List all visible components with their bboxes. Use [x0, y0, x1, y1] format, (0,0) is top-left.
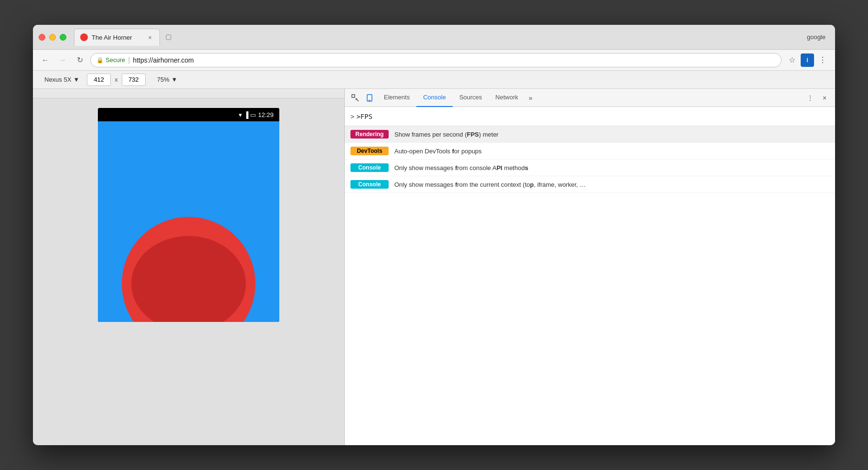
badge-console-2: Console — [350, 180, 389, 189]
signal-icon: ▐ — [244, 111, 248, 118]
phone-frame: ▾ ▐ ▭ 12:29 — [33, 98, 344, 445]
phone-time: 12:29 — [258, 111, 274, 118]
page-preview: ▾ ▐ ▭ 12:29 — [33, 89, 344, 445]
browser-window: The Air Horner × google ← → ↻ 🔒 Secure — [33, 25, 835, 445]
autocomplete-item-console-1[interactable]: Console Only show messages from console … — [345, 160, 835, 176]
tab-title: The Air Horner — [92, 34, 142, 41]
tab-elements[interactable]: Elements — [377, 89, 416, 107]
new-tab-button[interactable] — [162, 31, 175, 44]
badge-devtools: DevTools — [350, 147, 389, 155]
extension-button[interactable]: i — [801, 53, 814, 67]
svg-rect-1 — [352, 95, 355, 97]
phone-screen — [98, 121, 279, 322]
google-search-text: google — [807, 33, 826, 41]
devtools-panel: Elements Console Sources Network » — [344, 89, 835, 445]
close-button[interactable] — [39, 34, 45, 41]
console-input-row[interactable]: > >FPS — [345, 107, 835, 126]
lock-icon: 🔒 — [96, 57, 104, 64]
wifi-icon: ▾ — [239, 111, 242, 118]
tab-console[interactable]: Console — [416, 89, 453, 107]
url-text: https://airhorner.com — [133, 56, 194, 64]
autocomplete-dropdown: Rendering Show frames per second (FPS) m… — [345, 126, 835, 193]
tab-network[interactable]: Network — [489, 89, 525, 107]
zoom-dropdown-icon: ▼ — [171, 76, 178, 83]
battery-icon: ▭ — [250, 111, 256, 118]
devtools-menu-button[interactable]: ⋮ — [804, 91, 817, 105]
svg-rect-0 — [166, 35, 171, 40]
secure-badge: 🔒 Secure — [96, 56, 125, 64]
forward-button[interactable]: → — [56, 53, 69, 67]
devtools-tab-bar: Elements Console Sources Network » — [377, 89, 803, 107]
autocomplete-desc-console-2: Only show messages from the current cont… — [394, 181, 586, 188]
minimize-button[interactable] — [49, 34, 56, 41]
menu-button[interactable]: ⋮ — [816, 53, 829, 67]
autocomplete-item-rendering[interactable]: Rendering Show frames per second (FPS) m… — [345, 126, 835, 143]
traffic-lights — [39, 34, 66, 41]
nav-bar: ← → ↻ 🔒 Secure | https://airhorner.com ☆… — [33, 50, 835, 71]
horizontal-ruler — [33, 89, 344, 98]
badge-console-1: Console — [350, 163, 389, 172]
tab-favicon — [80, 33, 88, 41]
width-input[interactable] — [87, 74, 111, 86]
horn-circle — [122, 217, 255, 322]
dimension-separator: x — [115, 76, 118, 83]
back-button[interactable]: ← — [39, 53, 52, 67]
device-dropdown-icon: ▼ — [73, 76, 79, 83]
phone-device: ▾ ▐ ▭ 12:29 — [98, 108, 279, 322]
zoom-value: 75% — [157, 76, 169, 83]
device-selector[interactable]: Nexus 5X ▼ — [41, 74, 83, 85]
main-content: ▾ ▐ ▭ 12:29 — [33, 89, 835, 445]
refresh-button[interactable]: ↻ — [73, 53, 86, 67]
console-prompt: > — [350, 113, 354, 120]
tab-sources[interactable]: Sources — [453, 89, 489, 107]
devtools-toolbar: Elements Console Sources Network » — [345, 89, 835, 107]
badge-rendering: Rendering — [350, 130, 389, 139]
title-bar: The Air Horner × google — [33, 25, 835, 50]
inspect-element-button[interactable] — [349, 91, 362, 105]
device-toggle-button[interactable] — [363, 91, 376, 105]
autocomplete-desc-devtools: Auto-open DevTools for popups — [394, 148, 482, 155]
tab-bar: The Air Horner × — [74, 29, 829, 46]
phone-status-bar: ▾ ▐ ▭ 12:29 — [98, 108, 279, 121]
autocomplete-item-console-2[interactable]: Console Only show messages from the curr… — [345, 176, 835, 193]
active-tab[interactable]: The Air Horner × — [74, 29, 160, 46]
bookmark-button[interactable]: ☆ — [785, 53, 799, 67]
url-separator: | — [128, 56, 130, 64]
device-toolbar: Nexus 5X ▼ x 75% ▼ — [33, 71, 835, 89]
autocomplete-item-devtools[interactable]: DevTools Auto-open DevTools for popups — [345, 143, 835, 160]
address-bar[interactable]: 🔒 Secure | https://airhorner.com — [90, 53, 782, 67]
maximize-button[interactable] — [60, 34, 66, 41]
nav-actions: ☆ i ⋮ — [785, 53, 829, 67]
tab-close-button[interactable]: × — [146, 33, 154, 41]
autocomplete-desc-rendering: Show frames per second (FPS) meter — [394, 131, 498, 138]
height-input[interactable] — [122, 74, 146, 86]
console-input[interactable]: >FPS — [356, 113, 829, 120]
zoom-selector[interactable]: 75% ▼ — [153, 74, 181, 85]
devtools-actions: ⋮ × — [804, 91, 831, 105]
console-area: > >FPS Rendering Show frames per second … — [345, 107, 835, 445]
more-tabs-button[interactable]: » — [525, 89, 536, 107]
device-name: Nexus 5X — [44, 76, 71, 83]
devtools-close-button[interactable]: × — [818, 91, 831, 105]
autocomplete-desc-console-1: Only show messages from console API meth… — [394, 164, 528, 171]
